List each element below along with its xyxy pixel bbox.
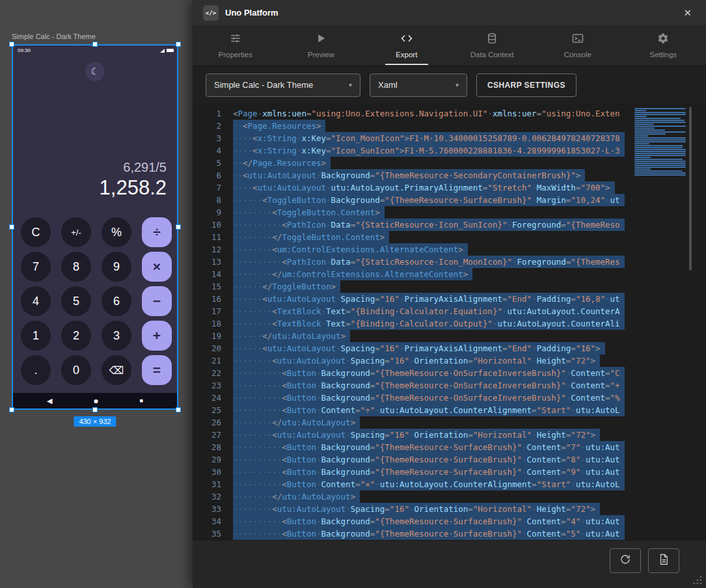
- tab-export[interactable]: Export: [364, 26, 450, 65]
- tab-preview[interactable]: Preview: [278, 26, 364, 65]
- code-line[interactable]: ··········<Button·Content="×"·utu:AutoLa…: [233, 478, 625, 490]
- xaml-code-editor[interactable]: 1234567891011121314151617181920212223242…: [193, 104, 706, 540]
- calc-key-3[interactable]: 3: [102, 321, 131, 351]
- minimap[interactable]: [634, 108, 689, 176]
- line-number: 1: [193, 107, 221, 120]
- code-line[interactable]: ··········<Button·Background="{ThemeReso…: [233, 367, 625, 379]
- code-line[interactable]: ········</ToggleButton.Content>: [233, 231, 625, 243]
- selection-handle[interactable]: [9, 224, 14, 230]
- code-line[interactable]: ····<x:String·x:Key="Icon_MoonIcon">F1·M…: [233, 132, 625, 144]
- calc-key-1[interactable]: 1: [21, 321, 51, 351]
- phone-status-bar: 09:30: [18, 47, 174, 53]
- code-line[interactable]: ······</ToggleButton>: [233, 280, 625, 293]
- code-line[interactable]: ··········<Button·Background="{ThemeReso…: [233, 528, 625, 540]
- code-lines[interactable]: <Page·xmlns:uen="using:Uno.Extensions.Na…: [233, 107, 625, 540]
- calc-key-7[interactable]: 7: [21, 252, 51, 282]
- calc-key-+[interactable]: +: [142, 321, 172, 351]
- code-line[interactable]: ········</utu:AutoLayout>: [233, 490, 625, 503]
- code-line[interactable]: ··<Page.Resources>: [233, 120, 625, 132]
- tab-properties[interactable]: Properties: [193, 26, 278, 65]
- calc-key-⌫[interactable]: ⌫: [102, 355, 131, 385]
- code-line[interactable]: ··········<Button·Background="{ThemeReso…: [233, 392, 625, 404]
- code-line[interactable]: ········</utu:AutoLayout>: [233, 416, 625, 429]
- minimap-line: [634, 165, 686, 166]
- code-line[interactable]: ··········<Button·Background="{ThemeReso…: [233, 441, 625, 453]
- status-time: 09:30: [18, 47, 31, 53]
- code-line[interactable]: <Page·xmlns:uen="using:Uno.Extensions.Na…: [233, 107, 625, 120]
- calc-key-%[interactable]: %: [102, 217, 131, 247]
- code-line[interactable]: ········<utu:AutoLayout·Spacing="16"·Ori…: [233, 503, 625, 515]
- code-line[interactable]: ··········<Button·Content="÷"·utu:AutoLa…: [233, 404, 625, 416]
- minimap-line: [634, 141, 686, 142]
- calc-key-=[interactable]: =: [142, 355, 172, 385]
- code-line[interactable]: ··········<PathIcon·Data="{StaticResourc…: [233, 256, 625, 268]
- tab-label: Export: [396, 51, 417, 59]
- page-select[interactable]: Simple Calc - Dark Theme ▾: [206, 74, 360, 97]
- terminal-icon: [572, 33, 584, 47]
- line-number: 9: [193, 206, 221, 219]
- code-line[interactable]: ··········<Button·Background="{ThemeReso…: [233, 453, 625, 466]
- calc-key-5[interactable]: 5: [61, 286, 91, 316]
- tab-console[interactable]: Console: [535, 26, 621, 65]
- calc-key-C[interactable]: C: [21, 217, 51, 247]
- code-line[interactable]: ····<utu:AutoLayout·utu:AutoLayout.Prima…: [233, 181, 625, 194]
- phone-preview[interactable]: 09:30 ☾ 6,291/5 1,258.2 C+/-%÷789×456−12…: [12, 44, 178, 410]
- code-line[interactable]: ······<ToggleButton·Background="{ThemeRe…: [233, 194, 625, 206]
- vertical-scrollbar[interactable]: [689, 107, 692, 271]
- resize-grip[interactable]: [692, 575, 703, 585]
- code-line[interactable]: ····<x:String·x:Key="Icon_SunIcon">F1·M·…: [233, 144, 625, 157]
- calc-key-0[interactable]: 0: [61, 355, 91, 385]
- code-line[interactable]: ········<utu:AutoLayout·Spacing="16"·Ori…: [233, 429, 625, 441]
- calc-key-.[interactable]: .: [21, 355, 51, 385]
- csharp-settings-button[interactable]: CSHARP SETTINGS: [476, 74, 577, 97]
- code-line[interactable]: ······<utu:AutoLayout·Spacing="16"·Prima…: [233, 293, 625, 305]
- selection-handle[interactable]: [9, 42, 14, 47]
- selection-handle[interactable]: [92, 407, 98, 412]
- line-number: 8: [193, 194, 221, 206]
- code-line[interactable]: ········<TextBlock·Text="{Binding·Calcul…: [233, 317, 625, 330]
- tab-data-context[interactable]: Data Context: [450, 26, 536, 65]
- calc-key-6[interactable]: 6: [102, 286, 131, 316]
- code-line[interactable]: ········<utu:AutoLayout·Spacing="16"·Ori…: [233, 354, 625, 367]
- code-line[interactable]: ··········<PathIcon·Data="{StaticResourc…: [233, 219, 625, 231]
- tab-settings[interactable]: Settings: [621, 26, 706, 65]
- artboard-label[interactable]: Simple Calc - Dark Theme: [12, 33, 96, 40]
- line-number: 22: [193, 367, 221, 379]
- selection-handle[interactable]: [176, 407, 181, 412]
- export-file-button[interactable]: [648, 548, 679, 573]
- code-line[interactable]: ··</Page.Resources>: [233, 157, 625, 169]
- tab-label: Settings: [649, 51, 677, 59]
- calc-key-×[interactable]: ×: [142, 252, 172, 282]
- format-select[interactable]: Xaml ▾: [370, 74, 467, 97]
- title-bar[interactable]: </> Uno Platform ✕: [193, 0, 706, 26]
- recents-icon[interactable]: ■: [140, 397, 143, 404]
- code-line[interactable]: ········<um:ControlExtensions.AlternateC…: [233, 243, 625, 256]
- calc-key-9[interactable]: 9: [102, 252, 131, 282]
- selection-handle[interactable]: [176, 42, 181, 47]
- selection-handle[interactable]: [92, 42, 98, 47]
- calc-key-−[interactable]: −: [142, 286, 172, 316]
- line-number: 15: [193, 280, 221, 293]
- code-line[interactable]: ······</utu:AutoLayout>: [233, 330, 625, 342]
- calc-key-+/-[interactable]: +/-: [61, 217, 91, 247]
- tab-label: Data Context: [470, 51, 514, 59]
- code-line[interactable]: ··········<Button·Background="{ThemeReso…: [233, 379, 625, 392]
- calc-key-2[interactable]: 2: [61, 321, 91, 351]
- selection-handle[interactable]: [9, 407, 14, 412]
- code-line[interactable]: ········</um:ControlExtensions.Alternate…: [233, 268, 625, 280]
- theme-toggle-button[interactable]: ☾: [85, 62, 105, 81]
- refresh-button[interactable]: [610, 548, 641, 573]
- calc-key-÷[interactable]: ÷: [142, 217, 172, 247]
- code-line[interactable]: ··<utu:AutoLayout·Background="{ThemeReso…: [233, 169, 625, 181]
- code-line[interactable]: ··········<Button·Background="{ThemeReso…: [233, 515, 625, 528]
- selection-handle[interactable]: [176, 224, 181, 230]
- home-icon[interactable]: ●: [93, 395, 98, 406]
- code-line[interactable]: ········<TextBlock·Text="{Binding·Calcul…: [233, 305, 625, 317]
- close-icon[interactable]: ✕: [679, 6, 696, 20]
- calc-key-8[interactable]: 8: [61, 252, 91, 282]
- code-line[interactable]: ··········<Button·Background="{ThemeReso…: [233, 466, 625, 478]
- back-icon[interactable]: ◀: [47, 397, 52, 405]
- calc-key-4[interactable]: 4: [21, 286, 51, 316]
- code-line[interactable]: ········<ToggleButton.Content>: [233, 206, 625, 219]
- code-line[interactable]: ······<utu:AutoLayout·Spacing="16"·Prima…: [233, 342, 625, 354]
